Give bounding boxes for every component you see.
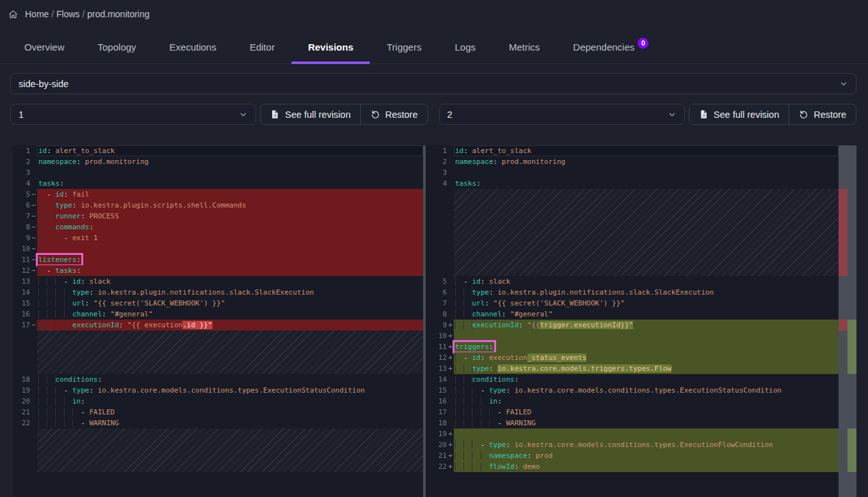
code-line[interactable]: 15 - type: io.kestra.core.models.conditi… [426, 385, 839, 396]
diff-sign: − [30, 222, 37, 232]
code-line[interactable]: 21 - FAILED [13, 407, 423, 418]
code-line[interactable]: 16 in: [426, 396, 839, 407]
diff-view-mode-select[interactable]: side-by-side [10, 73, 856, 94]
code-line[interactable]: 4tasks: [13, 178, 423, 189]
tab-executions[interactable]: Executions [153, 35, 233, 63]
code-line[interactable]: 14 conditions: [426, 374, 839, 385]
code-line[interactable]: 2namespace: prod.monitoring [426, 156, 839, 167]
home-icon[interactable] [8, 10, 18, 19]
code-line[interactable]: 11−listeners: [13, 254, 423, 265]
code-line[interactable]: 20 in: [13, 396, 423, 407]
see-full-revision-right-button[interactable]: See full revision [689, 104, 789, 124]
line-number: 8 [13, 222, 30, 232]
code-line[interactable]: 7 url: "{{ secret('SLACK_WEBHOOK') }}" [426, 298, 839, 309]
code-line[interactable]: 6− type: io.kestra.plugin.scripts.shell.… [13, 200, 423, 211]
revision-left-select[interactable]: 1 [10, 104, 256, 125]
code-line[interactable]: 19 - type: io.kestra.core.models.conditi… [13, 385, 423, 396]
tab-dependencies[interactable]: Dependencies0 [556, 35, 665, 63]
yaml-token [455, 277, 463, 286]
yaml-key: listeners [38, 256, 77, 264]
line-number: 5 [426, 276, 447, 287]
yaml-key: type [489, 441, 506, 449]
yaml-token: io.kestra.core.models.conditions.types.E… [98, 386, 365, 395]
code-line[interactable]: 4tasks: [426, 178, 839, 189]
code-line[interactable]: 5− - id: fail [13, 189, 423, 200]
code-line[interactable]: 7− runner: PROCESS [13, 211, 423, 222]
code-line[interactable]: 16 channel: "#general" [13, 309, 423, 320]
code-line[interactable]: 18 conditions: [13, 374, 423, 385]
code-line[interactable]: 17 - FAILED [426, 407, 839, 418]
code-line[interactable]: 10− [13, 243, 423, 254]
see-full-revision-left-button[interactable]: See full revision [261, 104, 360, 124]
diff-sign [30, 145, 37, 156]
breadcrumb-item[interactable]: Home [25, 9, 49, 19]
yaml-key: tasks [455, 179, 476, 188]
tab-metrics[interactable]: Metrics [492, 35, 556, 63]
diff-sign: + [447, 450, 454, 461]
line-number: 11 [426, 341, 447, 352]
diff-change-box: listeners: [38, 256, 81, 264]
yaml-key: channel [72, 310, 102, 318]
yaml-token: prod.monitoring [85, 158, 149, 166]
restore-left-button[interactable]: Restore [360, 104, 428, 124]
code-line[interactable]: 3 [13, 167, 423, 178]
yaml-token: : [60, 179, 64, 188]
breadcrumb-item[interactable]: Flows [56, 9, 80, 19]
yaml-token: : [89, 288, 97, 297]
code-line[interactable]: 14 type: io.kestra.plugin.notifications.… [13, 287, 423, 298]
code-line[interactable]: 12− - tasks: [13, 265, 423, 276]
code-line[interactable]: 13+ type: io.kestra.core.models.triggers… [426, 363, 839, 374]
diff-pane-modified[interactable]: 1id: alert_to_slack2namespace: prod.moni… [426, 145, 856, 497]
tab-overview[interactable]: Overview [8, 35, 81, 63]
code-line[interactable]: 2namespace: prod.monitoring [13, 156, 423, 167]
code-line[interactable]: 17− executionId: "{{ execution.id }}" [13, 320, 423, 330]
code-line[interactable]: 8− commands: [13, 222, 423, 232]
yaml-token: exit 1 [72, 234, 98, 242]
yaml-token: execution [489, 354, 527, 362]
tab-topology[interactable]: Topology [81, 35, 153, 63]
yaml-token: : [89, 223, 93, 231]
diff-pane-original[interactable]: 1id: alert_to_slack2namespace: prod.moni… [13, 145, 423, 497]
code-line[interactable]: 9− - exit 1 [13, 232, 423, 243]
code-line[interactable]: 22 - WARNING [13, 418, 423, 428]
code-line[interactable]: 21+ namespace: prod [426, 450, 839, 461]
tab-label: Triggers [387, 42, 421, 53]
restore-right-button[interactable]: Restore [789, 104, 856, 124]
code-line[interactable]: 15 url: "{{ secret('SLACK_WEBHOOK') }}" [13, 298, 423, 309]
code-line[interactable]: 19+ [426, 428, 839, 439]
revision-right-select[interactable]: 2 [439, 104, 685, 125]
diff-sign [30, 407, 37, 418]
yaml-token: "{{ secret('SLACK_WEBHOOK') }}" [93, 299, 225, 307]
code-line[interactable]: 13 - id: slack [13, 276, 423, 287]
breadcrumb-item[interactable]: prod.monitoring [87, 9, 149, 19]
yaml-token: : [90, 386, 98, 395]
code-line[interactable]: 22+ flowId: demo [426, 461, 839, 472]
chevron-down-icon [668, 110, 677, 119]
code-line[interactable]: 18 - WARNING [426, 418, 839, 428]
code-line[interactable]: 5 - id: slack [426, 276, 839, 287]
yaml-token [455, 441, 481, 449]
tab-editor[interactable]: Editor [233, 35, 291, 63]
code-line[interactable]: 1id: alert_to_slack [13, 145, 423, 156]
line-number: 13 [13, 276, 30, 287]
code-line[interactable]: 9+ executionId: "{{trigger.executionId}}… [426, 320, 839, 330]
diff-sign [30, 418, 37, 428]
tab-label: Revisions [308, 42, 353, 53]
tab-logs[interactable]: Logs [438, 35, 492, 63]
code-line[interactable]: 3 [426, 167, 839, 178]
tab-revisions[interactable]: Revisions [291, 35, 370, 63]
code-line[interactable]: 1id: alert_to_slack [426, 145, 839, 156]
chevron-down-icon [839, 79, 848, 88]
tab-triggers[interactable]: Triggers [370, 35, 438, 63]
breadcrumb: Home / Flows / prod.monitoring [0, 0, 868, 22]
code-line[interactable]: 20+ - type: io.kestra.core.models.condit… [426, 439, 839, 450]
diff-sign [447, 156, 454, 167]
code-line[interactable]: 12+ - id: execution_status_events [426, 352, 839, 363]
overview-ruler[interactable] [839, 145, 856, 497]
tab-badge: 0 [638, 38, 648, 49]
code-line[interactable]: 8 channel: "#general" [426, 309, 839, 320]
code-line[interactable]: 6 type: io.kestra.plugin.notifications.s… [426, 287, 839, 298]
yaml-token [38, 321, 72, 329]
code-line[interactable]: 11+triggers: [426, 341, 839, 352]
code-line[interactable]: 10+ [426, 330, 839, 341]
